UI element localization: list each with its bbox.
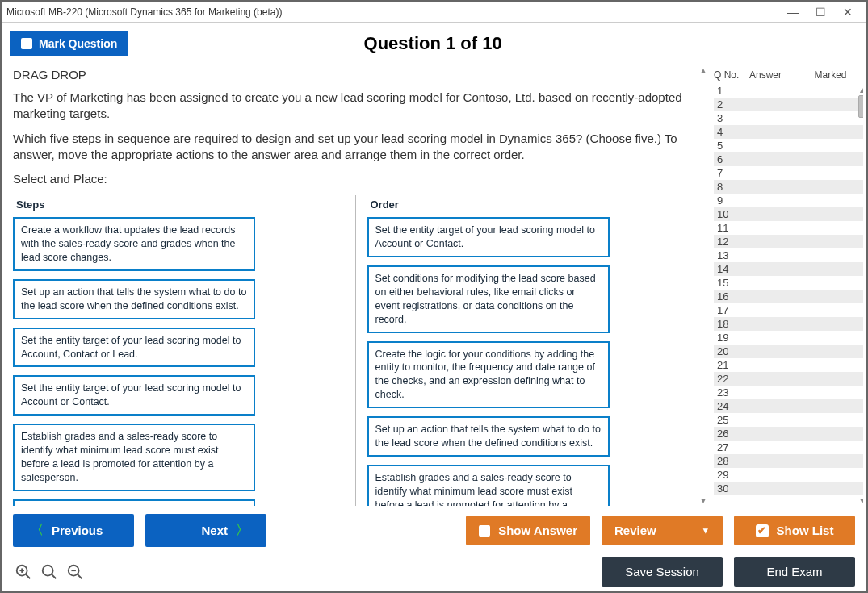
question-nav-row[interactable]: 10 xyxy=(714,207,863,221)
svg-line-1 xyxy=(26,574,31,578)
question-nav-row[interactable]: 9 xyxy=(714,194,863,207)
question-nav-row[interactable]: 4 xyxy=(714,125,863,139)
review-button[interactable]: Review ▾ xyxy=(602,516,723,545)
chevron-right-icon: 〉 xyxy=(236,522,249,539)
question-number: 27 xyxy=(717,441,753,453)
question-number: 16 xyxy=(717,290,753,303)
question-nav-row[interactable]: 5 xyxy=(714,139,863,152)
question-nav-row[interactable]: 12 xyxy=(714,235,863,248)
question-nav-row[interactable]: 16 xyxy=(714,290,863,303)
question-nav-row[interactable]: 18 xyxy=(714,317,863,331)
end-exam-button[interactable]: End Exam xyxy=(734,557,855,587)
question-number: 24 xyxy=(717,400,753,412)
close-button[interactable]: ✕ xyxy=(834,6,862,19)
question-nav-row[interactable]: 22 xyxy=(714,372,863,386)
previous-button[interactable]: 〈 Previous xyxy=(13,514,134,547)
question-number: 21 xyxy=(717,359,753,371)
question-nav-row[interactable]: 20 xyxy=(714,345,863,358)
scrollbar-thumb[interactable] xyxy=(858,95,863,118)
order-slot[interactable]: Set up an action that tells the system w… xyxy=(367,416,610,457)
step-option[interactable]: Set up an action that tells the system w… xyxy=(13,279,255,319)
show-list-button[interactable]: ✔ Show List xyxy=(734,516,855,545)
question-number: 6 xyxy=(717,153,753,165)
question-number: 4 xyxy=(717,126,753,138)
scroll-down-icon[interactable]: ▾ xyxy=(701,495,706,506)
order-column: Order Set the entity target of your lead… xyxy=(355,195,698,506)
question-number: 18 xyxy=(717,318,753,330)
question-text-3: Select and Place: xyxy=(13,171,698,187)
question-pane[interactable]: ▴ DRAG DROP The VP of Marketing has been… xyxy=(2,65,709,506)
zoom-reset-icon[interactable] xyxy=(40,563,60,581)
save-session-button[interactable]: Save Session xyxy=(602,557,723,587)
next-label: Next xyxy=(201,524,228,537)
question-nav-row[interactable]: 27 xyxy=(714,441,863,454)
chevron-left-icon: 〈 xyxy=(31,522,44,539)
question-nav-row[interactable]: 26 xyxy=(714,427,863,441)
order-header: Order xyxy=(371,198,698,211)
show-list-label: Show List xyxy=(777,524,834,537)
question-type: DRAG DROP xyxy=(13,68,698,81)
step-option[interactable]: Establish grades and a sales-ready score… xyxy=(13,424,255,491)
previous-label: Previous xyxy=(52,524,103,537)
window-title: Microsoft MB-220 (Microsoft Dynamics 365… xyxy=(6,6,779,18)
maximize-button[interactable]: ☐ xyxy=(807,6,834,19)
question-nav-row[interactable]: 8 xyxy=(714,180,863,194)
minimize-button[interactable]: — xyxy=(779,6,807,19)
question-number: 7 xyxy=(717,167,753,179)
order-slot[interactable]: Create the logic for your conditions by … xyxy=(367,341,610,409)
step-option[interactable]: Set the entity target of your lead scori… xyxy=(13,375,255,416)
order-slot[interactable]: Set conditions for modifying the lead sc… xyxy=(367,265,610,333)
show-answer-label: Show Answer xyxy=(498,524,577,537)
col-answer: Answer xyxy=(749,69,798,81)
zoom-in-icon[interactable] xyxy=(15,563,34,581)
scroll-up-icon[interactable]: ▴ xyxy=(701,65,706,76)
question-nav-row[interactable]: 17 xyxy=(714,303,863,317)
next-button[interactable]: Next 〉 xyxy=(145,514,266,547)
question-number: 13 xyxy=(717,249,753,261)
list-scroll-up-icon[interactable]: ▴ xyxy=(860,84,863,95)
question-nav-row[interactable]: 11 xyxy=(714,221,863,235)
svg-line-5 xyxy=(52,574,57,578)
question-nav-row[interactable]: 13 xyxy=(714,248,863,262)
question-nav-row[interactable]: 23 xyxy=(714,386,863,399)
question-nav-row[interactable]: 29 xyxy=(714,468,863,482)
question-nav-row[interactable]: 30 xyxy=(714,482,863,495)
question-nav-row[interactable]: 21 xyxy=(714,358,863,372)
question-nav-row[interactable]: 3 xyxy=(714,111,863,125)
question-nav-row[interactable]: 6 xyxy=(714,152,863,166)
question-nav-row[interactable]: 15 xyxy=(714,276,863,290)
question-counter: Question 1 of 10 xyxy=(128,33,737,54)
question-nav-row[interactable]: 24 xyxy=(714,399,863,413)
step-option[interactable]: Create a workflow that updates the lead … xyxy=(13,217,255,271)
question-number: 15 xyxy=(717,277,753,289)
zoom-out-icon[interactable] xyxy=(66,563,86,581)
question-nav-row[interactable]: 28 xyxy=(714,454,863,468)
show-answer-button[interactable]: Show Answer xyxy=(466,516,590,545)
col-qno: Q No. xyxy=(714,69,749,81)
question-number: 22 xyxy=(717,373,753,385)
step-option[interactable]: Set the entity target of your lead scori… xyxy=(13,328,255,368)
order-slot[interactable]: Establish grades and a sales-ready score… xyxy=(367,465,610,506)
question-nav-row[interactable]: 25 xyxy=(714,413,863,427)
question-number: 5 xyxy=(717,140,753,152)
question-nav-row[interactable]: 19 xyxy=(714,331,863,345)
list-scroll-down-icon[interactable]: ▾ xyxy=(860,495,863,506)
steps-header: Steps xyxy=(16,198,344,211)
mark-icon xyxy=(21,38,32,49)
question-nav-panel: Q No. Answer Marked ▴ 123456789101112131… xyxy=(709,65,866,506)
order-slot[interactable]: Set the entity target of your lead scori… xyxy=(367,217,610,257)
question-nav-row[interactable]: 2 xyxy=(714,98,863,111)
question-nav-row[interactable]: 7 xyxy=(714,166,863,180)
question-number: 17 xyxy=(717,304,753,316)
question-number: 9 xyxy=(717,194,753,207)
question-nav-row[interactable]: 14 xyxy=(714,262,863,276)
step-option[interactable]: Set conditions for modifying the lead sc… xyxy=(13,499,255,506)
question-number: 2 xyxy=(717,98,753,111)
question-nav-row[interactable]: 1 xyxy=(714,84,863,98)
question-number: 1 xyxy=(717,85,753,97)
mark-question-button[interactable]: Mark Question xyxy=(10,31,128,56)
question-list[interactable]: ▴ 12345678910111213141516171819202122232… xyxy=(714,84,863,506)
question-text-1: The VP of Marketing has been assigned to… xyxy=(13,90,698,123)
question-number: 23 xyxy=(717,386,753,399)
question-number: 19 xyxy=(717,332,753,344)
